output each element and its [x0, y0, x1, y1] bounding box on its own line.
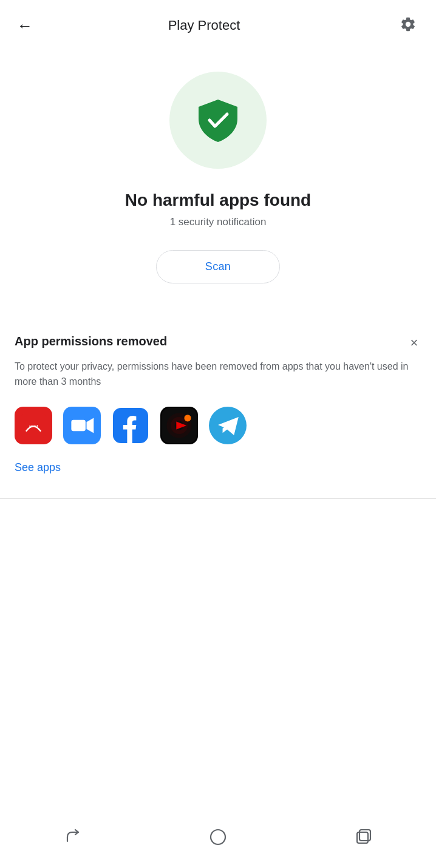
app-icon-facebook[interactable] [112, 407, 149, 444]
bottom-nav [0, 813, 436, 868]
app-icon-zoom[interactable] [63, 407, 101, 444]
see-apps-link[interactable]: See apps [15, 461, 61, 474]
svg-rect-3 [71, 419, 85, 430]
page-title: Play Protect [38, 18, 370, 33]
app-icon-airtel[interactable]: airtel [15, 407, 52, 444]
permissions-card: × App permissions removed To protect you… [0, 320, 436, 491]
settings-button[interactable] [395, 11, 421, 40]
app-icon-youtube-music[interactable] [160, 407, 198, 444]
nav-home-icon [209, 829, 227, 850]
scan-button[interactable]: Scan [156, 250, 280, 283]
app-icon-telegram[interactable] [209, 407, 247, 444]
shield-circle [169, 72, 267, 169]
nav-back-icon [64, 828, 82, 850]
back-arrow-icon: ← [17, 18, 33, 33]
nav-recent-icon [355, 829, 372, 850]
svg-rect-14 [357, 832, 368, 843]
nav-back-button[interactable] [58, 824, 87, 853]
nav-home-button[interactable] [203, 824, 233, 853]
divider [0, 498, 436, 499]
card-description: To protect your privacy, permissions hav… [15, 359, 421, 390]
hero-section: No harmful apps found 1 security notific… [0, 47, 436, 296]
back-button[interactable]: ← [12, 13, 38, 38]
top-bar: ← Play Protect [0, 0, 436, 47]
card-title: App permissions removed [15, 334, 421, 348]
svg-point-11 [184, 415, 191, 421]
svg-point-13 [211, 830, 225, 844]
svg-rect-15 [359, 830, 370, 841]
shield-checkmark-icon [194, 96, 242, 144]
status-title: No harmful apps found [125, 191, 311, 210]
gear-icon [400, 16, 417, 35]
close-button[interactable]: × [403, 332, 425, 354]
nav-recent-button[interactable] [349, 824, 378, 853]
security-notification-text: 1 security notification [170, 216, 267, 228]
app-icons-row: airtel [15, 407, 421, 444]
